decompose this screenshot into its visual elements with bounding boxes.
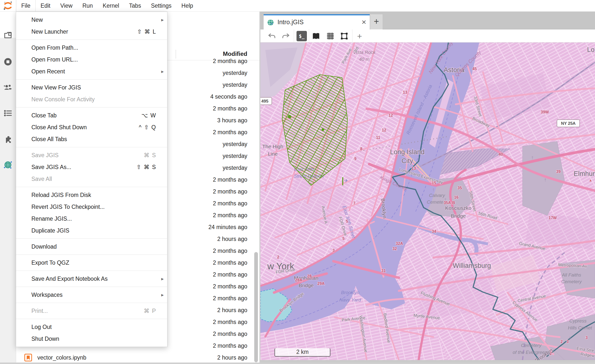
route-number: 9 [354,157,357,161]
route-number: 28 [307,274,312,278]
menu-item-new[interactable]: New▸ [16,14,167,26]
menu-item-close-tab[interactable]: Close Tab⌥ W [16,109,167,121]
menu-item-new-launcher[interactable]: New Launcher⇧ ⌘ L [16,26,167,38]
menu-separator [16,287,167,287]
menubar-item-help[interactable]: Help [177,0,198,11]
menu-item-open-from-path[interactable]: Open From Path... [16,42,167,54]
menu-item-shut-down[interactable]: Shut Down [16,333,167,345]
route-number: 12 [382,128,386,132]
menu-item-new-console-for-activity: New Console For Activity [16,93,167,105]
menu-item-revert-jgis-to-checkpoint[interactable]: Revert JGIS To Checkpoint... [16,201,167,213]
menu-item-close-all-tabs[interactable]: Close All Tabs [16,133,167,145]
route-number: 2 [277,255,279,259]
menu-item-save-and-export-notebook-as[interactable]: Save And Export Notebook As▸ [16,273,167,285]
route-number: 39W [541,110,549,114]
file-modified-time: 2 hours ago [217,307,247,314]
file-modified-time: 4 seconds ago [210,93,247,100]
menu-item-label: Export To QGZ [31,259,156,266]
extensions-puzzle-icon[interactable] [3,134,13,144]
undo-icon[interactable] [267,31,277,41]
file-modified-time: yesterday [223,82,247,88]
file-browser-icon[interactable] [3,30,13,40]
menu-separator [16,303,167,303]
route-number: 17W [549,216,557,220]
file-modified-time: 2 months ago [213,176,247,183]
menubar-item-tabs[interactable]: Tabs [124,0,146,11]
menu-item-workspaces[interactable]: Workspaces▸ [16,289,167,301]
tab-close-icon[interactable]: × [362,17,366,27]
submenu-arrow-icon: ▸ [161,17,164,23]
file-modified-time: 24 minutes ago [208,224,247,231]
menu-item-label: Reload JGIS From Disk [31,192,156,198]
collaboration-users-icon[interactable] [3,83,13,92]
menubar-item-kernel[interactable]: Kernel [98,0,124,11]
map-label: Lo [587,46,595,53]
map-label: † [544,178,547,182]
map-label: Bridge [451,213,466,219]
menu-separator [16,79,167,80]
jgis-globe-icon[interactable] [3,160,13,169]
route-number: 16 [454,195,458,199]
menu-item-label: Duplicate JGIS [31,227,156,234]
menu-item-label: Shut Down [31,336,156,342]
menu-bar-items: FileEditViewRunKernelTabsSettingsHelp [16,0,198,11]
menu-item-rename-jgis[interactable]: Rename JGIS... [16,213,167,225]
map-label: Bridge [299,282,314,288]
redo-icon[interactable] [281,31,291,41]
route-number: 31 [381,269,386,273]
rectangle-select-icon[interactable] [339,31,349,41]
menu-item-log-out[interactable]: Log Out [16,321,167,333]
menu-item-label: Log Out [31,324,156,330]
menubar-item-settings[interactable]: Settings [146,0,176,11]
svg-text:NY 25A: NY 25A [561,121,575,126]
map-label: All Faiths [562,272,581,278]
file-row[interactable]: vector_colors.ipynb2 hours ago [16,352,260,363]
menu-item-new-view-for-jgis[interactable]: New View For JGIS [16,82,167,93]
route-number: 5 [343,236,345,241]
file-modified-time: 2 months ago [213,343,247,349]
menu-item-duplicate-jgis[interactable]: Duplicate JGIS [16,225,167,236]
menu-item-export-to-qgz[interactable]: Export To QGZ [16,257,167,269]
menu-separator [16,319,167,319]
menubar-item-run[interactable]: Run [77,0,98,11]
menu-item-label: Close Tab [31,112,135,119]
map-label: Navy Yard [340,297,361,302]
grid-icon[interactable] [325,31,336,41]
route-number: 28A [295,278,302,282]
file-name: vector_colors.ipynb [37,354,86,361]
console-terminal-icon[interactable]: $_ [297,31,307,41]
tab-intro-jgis[interactable]: Intro.jGIS × [264,14,370,29]
menu-item-open-recent[interactable]: Open Recent▸ [16,65,167,77]
menu-item-label: New Console For Activity [31,96,156,103]
menu-item-reload-jgis-from-disk[interactable]: Reload JGIS From Disk [16,189,167,201]
file-modified-time: yesterday [223,165,247,171]
route-number: 3 [333,248,335,253]
map-label: Williamsburg [453,262,491,269]
menu-item-label: New Launcher [31,28,131,35]
route-number: 34 [432,229,436,234]
identify-book-icon[interactable] [311,31,321,41]
map-label: ✈ [344,178,348,183]
menu-item-label: New [31,17,156,23]
menu-item-download[interactable]: Download [16,241,167,253]
route-number: 12 [389,113,393,117]
running-kernels-icon[interactable] [3,57,13,66]
file-modified-time: 2 months ago [213,200,247,207]
new-tab-button[interactable]: + [370,14,383,29]
menu-item-label: Workspaces [31,292,156,298]
menubar-item-view[interactable]: View [55,0,77,11]
menu-item-label: Close All Tabs [31,136,156,143]
menubar-item-file[interactable]: File [16,0,36,11]
file-list-scrollbar[interactable] [254,252,258,362]
menu-separator [16,255,167,255]
add-layer-icon[interactable]: + [354,31,365,41]
menu-item-shortcut: ⇧ ⌘ L [137,28,156,35]
table-of-contents-icon[interactable] [3,108,13,118]
menu-item-close-and-shut-down[interactable]: Close And Shut Down^ ⇧ Q [16,121,167,133]
file-modified-time: 2 months ago [213,295,247,302]
jupyter-logo-icon[interactable] [0,0,16,11]
menu-item-save-jgis-as[interactable]: Save JGIS As...⇧ ⌘ S [16,161,167,173]
map-canvas[interactable]: Vista Rock40 mAstoriaLong IslandCityWill… [260,43,595,360]
menu-item-open-from-url[interactable]: Open From URL... [16,54,167,65]
menubar-item-edit[interactable]: Edit [36,0,55,11]
